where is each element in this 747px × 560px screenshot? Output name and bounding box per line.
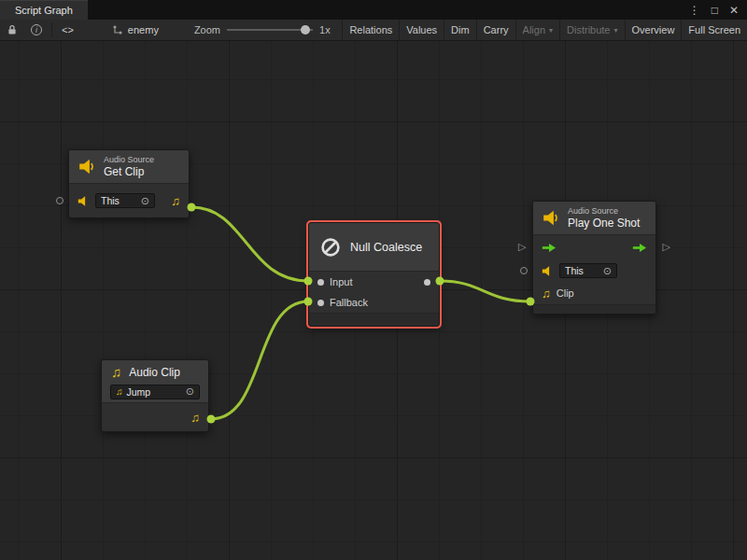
node-title: Play One Shot <box>568 217 640 230</box>
node-row-clip: ♫ Clip <box>533 282 655 304</box>
fallback-port-label: Fallback <box>330 297 368 308</box>
node-row-value: ♫ Jump ⊙ <box>102 381 208 403</box>
node-get-clip[interactable]: Audio Source Get Clip This ⊙ ♫ <box>68 149 190 218</box>
flow-out-arrow-icon <box>632 243 647 253</box>
node-title: Get Clip <box>104 165 154 178</box>
port-target-input[interactable] <box>56 197 63 204</box>
code-view-button[interactable]: <> <box>55 20 80 40</box>
object-picker-icon[interactable]: ⊙ <box>186 386 194 397</box>
this-object-field[interactable]: This ⊙ <box>559 263 617 278</box>
wire-getclip-to-input[interactable] <box>191 207 308 281</box>
this-field-value: This <box>565 265 584 276</box>
node-category: Audio Source <box>104 155 154 165</box>
zoom-slider[interactable] <box>227 20 313 40</box>
dropdown-arrow-icon: ▾ <box>549 26 553 35</box>
clip-object-field[interactable]: ♫ Jump ⊙ <box>110 385 200 399</box>
output-port-dot[interactable] <box>424 279 430 286</box>
graph-name-chip[interactable]: enemy <box>112 24 159 35</box>
node-row-fallback: Fallback <box>309 292 439 313</box>
overview-button[interactable]: Overview <box>625 20 682 40</box>
relations-button[interactable]: Relations <box>342 20 399 40</box>
node-footer <box>309 313 439 326</box>
node-null-coalesce[interactable]: Null Coalesce Input Fallback <box>308 222 440 327</box>
values-button[interactable]: Values <box>399 20 444 40</box>
audio-source-icon <box>543 209 560 227</box>
audio-source-icon <box>78 158 96 175</box>
lock-icon <box>7 24 18 35</box>
audioclip-note-icon: ♫ <box>190 412 200 424</box>
fallback-port-dot[interactable] <box>317 300 324 306</box>
node-category: Audio Source <box>568 206 640 217</box>
dropdown-arrow-icon: ▾ <box>614 26 618 35</box>
info-icon: i <box>31 24 42 35</box>
distribute-button[interactable]: Distribute ▾ <box>559 20 624 40</box>
node-title: Audio Clip <box>129 366 180 379</box>
node-row-target: This ⊙ <box>533 259 655 282</box>
object-picker-icon[interactable]: ⊙ <box>141 196 149 206</box>
window-controls: ⋮ □ ✕ <box>689 0 747 20</box>
graph-name-label: enemy <box>128 24 159 35</box>
this-object-field[interactable]: This ⊙ <box>95 193 155 208</box>
align-button[interactable]: Align ▾ <box>515 20 559 40</box>
port-target-input[interactable] <box>520 267 528 274</box>
null-coalesce-icon <box>319 236 342 259</box>
close-icon[interactable]: ✕ <box>729 5 739 16</box>
clip-field-value: Jump <box>127 386 151 398</box>
carry-button[interactable]: Carry <box>476 20 515 40</box>
titlebar: Script Graph ⋮ □ ✕ <box>0 0 747 20</box>
inspector-button[interactable]: i <box>24 20 49 40</box>
script-graph-icon <box>112 24 123 35</box>
tab-label: Script Graph <box>15 5 73 16</box>
lock-button[interactable] <box>0 20 24 40</box>
note-icon: ♫ <box>116 387 123 397</box>
graph-canvas[interactable]: Audio Source Get Clip This ⊙ ♫ Null <box>0 41 747 560</box>
toolbar-separator <box>51 22 52 36</box>
fullscreen-button[interactable]: Full Screen <box>681 20 747 40</box>
audioclip-note-icon: ♫ <box>111 365 121 379</box>
this-field-value: This <box>101 195 120 206</box>
node-row-output: ♫ <box>102 403 208 431</box>
wire-audioclip-to-fallback[interactable] <box>211 301 308 419</box>
flow-in-port[interactable]: ▷ <box>518 241 526 253</box>
distribute-label: Distribute <box>567 24 610 35</box>
node-row-target: This ⊙ ♫ <box>69 184 189 217</box>
wire-output-to-clip[interactable] <box>440 281 530 301</box>
speaker-icon <box>78 195 90 207</box>
speaker-icon <box>542 265 554 277</box>
maximize-icon[interactable]: □ <box>712 5 718 16</box>
node-play-one-shot[interactable]: Audio Source Play One Shot ▷ ▷ This <box>532 201 656 315</box>
node-header: Audio Source Get Clip <box>69 150 189 184</box>
audioclip-note-icon: ♫ <box>171 195 180 207</box>
zoom-value: 1x <box>319 24 331 35</box>
node-audio-clip[interactable]: ♫ Audio Clip ♫ Jump ⊙ ♫ <box>101 359 209 432</box>
node-header: Null Coalesce <box>309 223 439 272</box>
node-header: Audio Source Play One Shot <box>533 202 655 235</box>
tab-script-graph[interactable]: Script Graph <box>0 0 88 20</box>
node-row-input: Input <box>309 272 439 292</box>
graph-toolbar: i <> enemy Zoom 1x Relations Values Dim … <box>0 20 747 41</box>
zoom-label: Zoom <box>194 24 220 35</box>
dim-button[interactable]: Dim <box>444 20 476 40</box>
align-label: Align <box>523 24 545 35</box>
input-port-dot[interactable] <box>317 279 324 286</box>
flow-out-port[interactable]: ▷ <box>663 241 670 253</box>
toolbar-right-group: Relations Values Dim Carry Align ▾ Distr… <box>342 20 747 40</box>
node-row-flow: ▷ ▷ <box>533 235 655 259</box>
object-picker-icon[interactable]: ⊙ <box>603 266 612 276</box>
input-port-label: Input <box>330 276 352 287</box>
node-footer <box>533 304 655 314</box>
clip-port-label: Clip <box>557 287 574 299</box>
node-header: ♫ Audio Clip <box>102 360 208 381</box>
node-title: Null Coalesce <box>350 241 422 254</box>
zoom-slider-handle[interactable] <box>301 25 310 35</box>
flow-in-arrow-icon <box>542 243 557 253</box>
audioclip-note-icon: ♫ <box>542 287 551 300</box>
kebab-menu-icon[interactable]: ⋮ <box>689 5 700 16</box>
